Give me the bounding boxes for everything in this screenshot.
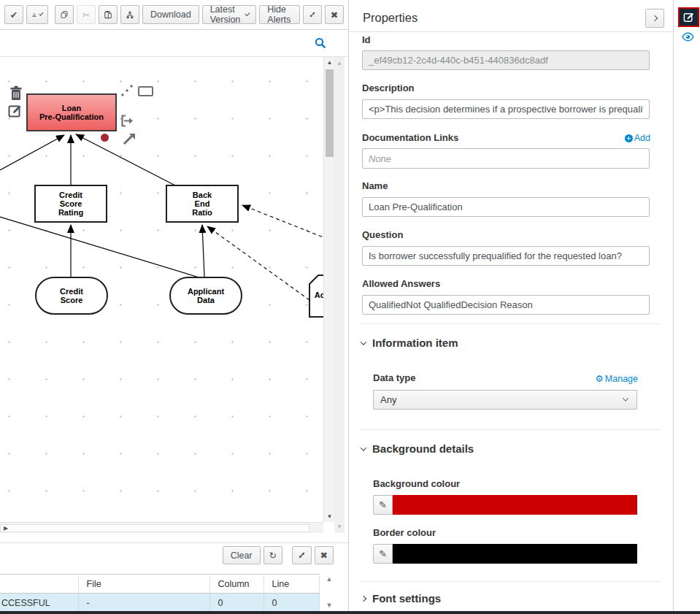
paste-button[interactable] [99,5,118,24]
question-label: Question [362,229,403,240]
chevron-down-icon [245,11,250,16]
refresh-icon: ↻ [269,550,277,561]
collapse-panel-button[interactable] [645,9,664,28]
outer-scrollbar[interactable]: ▲ ▼ [334,57,345,533]
close-editor-button[interactable]: ✖ [325,5,344,24]
scroll-up-icon[interactable]: ▲ [334,60,345,66]
connection-anchor-dot[interactable] [101,134,109,142]
canvas-vertical-scrollbar[interactable]: ▲ ▼ [323,57,334,522]
plus-circle-icon: + [625,134,633,142]
properties-dock-toggle[interactable] [678,7,699,27]
properties-header: Properties [349,0,673,32]
preview-eye-icon[interactable] [682,32,694,42]
column-header-line: Line [264,575,319,594]
description-field[interactable] [362,99,650,119]
latest-version-label: Latest Version [210,4,242,25]
data-type-select[interactable]: Any [373,390,637,410]
copy-icon [61,9,68,20]
node-loan-pre-qualification[interactable]: Loan Pre-Qualification [26,93,117,131]
docked-panels-rail [673,0,700,611]
node-applicant-data[interactable]: Applicant Data [169,277,242,315]
name-label: Name [362,180,388,191]
pencil-icon: ✎ [379,548,387,559]
alerts-scrollbar[interactable]: ▲ ▼ [322,574,336,613]
cell-message: CCESSFUL [0,594,78,613]
paste-icon [104,9,112,20]
alerts-table: File Column Line CCESSFUL - 0 0 [0,574,320,613]
scroll-right-icon[interactable]: ▶ [0,525,12,532]
scroll-down-icon[interactable]: ▼ [334,523,345,530]
goto-expression-icon[interactable] [120,115,135,127]
expand-icon [309,10,316,19]
column-header-level [0,575,78,594]
perspective-button[interactable] [120,5,139,24]
edit-background-colour-button[interactable]: ✎ [373,495,393,515]
manage-data-types-link[interactable]: ⚙Manage [596,373,638,384]
scroll-down-icon[interactable]: ▼ [322,602,336,609]
create-node-icon[interactable] [138,86,153,96]
scroll-up-icon[interactable]: ▲ [324,59,335,66]
chevron-right-icon [361,595,366,601]
scrollbar-thumb[interactable] [0,524,309,532]
close-icon: ✖ [320,550,328,561]
expand-icon [298,551,306,559]
question-field[interactable] [362,246,650,266]
latest-version-dropdown[interactable]: Latest Version [202,5,257,24]
name-field[interactable] [362,197,650,217]
documentation-links-label: Documentation Links [362,132,458,143]
create-connector-icon[interactable] [120,84,134,98]
alerts-toolbar: Clear ↻ ✖ [0,542,348,567]
section-title: Background details [372,442,474,455]
canvas-horizontal-scrollbar[interactable]: ▶ [0,522,323,533]
cut-button[interactable]: ✂ [77,5,96,24]
data-type-label: Data type [373,372,416,383]
allowed-answers-field[interactable] [362,295,650,315]
scroll-down-icon[interactable]: ▼ [324,513,335,520]
add-documentation-link[interactable]: +Add [625,133,650,143]
border-colour-label: Border colour [373,527,436,538]
section-background-details[interactable]: Background details [361,442,474,455]
node-credit-score[interactable]: Credit Score [35,277,108,315]
expand-editor-button[interactable] [303,5,322,24]
copy-button[interactable] [55,5,74,24]
background-colour-swatch[interactable] [393,495,637,515]
border-colour-picker: ✎ [373,544,637,564]
gear-icon: ⚙ [596,373,604,384]
node-back-end-ratio[interactable]: Back End Ratio [166,185,239,223]
dmn-diagram-canvas[interactable]: Loan Pre-Qualification Credit Score Rati… [0,57,323,522]
expand-alerts-button[interactable] [292,546,312,564]
id-label: Id [362,34,371,45]
chevron-down-icon [623,395,628,401]
column-header-file: File [78,575,209,594]
manage-label: Manage [605,374,638,384]
save-button[interactable] [26,5,48,24]
validate-button[interactable]: ✔ [4,5,23,24]
edit-node-icon[interactable] [8,104,23,118]
scroll-up-icon[interactable]: ▲ [322,575,336,583]
edit-border-colour-button[interactable]: ✎ [373,544,393,564]
refresh-alerts-button[interactable]: ↻ [264,546,282,564]
search-icon[interactable] [315,37,326,49]
save-icon [32,10,36,20]
clear-label: Clear [231,550,253,561]
alerts-table-row[interactable]: CCESSFUL - 0 0 [0,594,319,613]
download-button[interactable]: Download [142,5,199,24]
scrollbar-thumb[interactable] [326,69,334,157]
section-font-settings[interactable]: Font settings [361,592,441,605]
canvas-search-row [0,31,348,57]
node-lender-acceptable-partial[interactable]: Le Acce [312,282,323,311]
pencil-icon: ✎ [379,499,387,510]
cell-file: - [78,594,209,613]
border-colour-swatch[interactable] [393,544,637,564]
delete-node-icon[interactable] [9,85,23,101]
section-information-item[interactable]: Information item [361,337,458,349]
drag-arrow-icon[interactable] [122,131,137,146]
cell-line: 0 [264,594,319,613]
documentation-links-empty: None [362,148,650,169]
description-label: Description [362,82,415,93]
node-credit-score-rating[interactable]: Credit Score Rating [34,185,107,223]
clear-alerts-button[interactable]: Clear [223,546,261,564]
hide-alerts-button[interactable]: Hide Alerts [259,5,300,24]
close-icon: ✖ [331,9,338,20]
close-alerts-button[interactable]: ✖ [315,546,334,564]
